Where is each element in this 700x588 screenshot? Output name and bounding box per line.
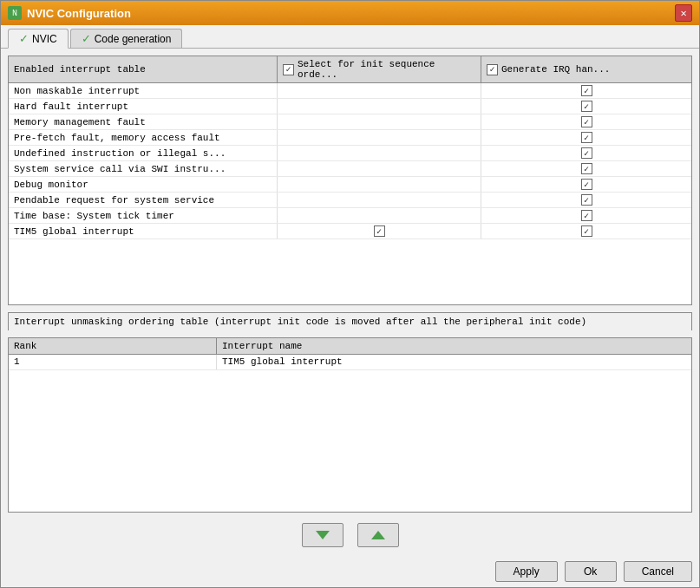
arrow-buttons-bar [8,519,692,551]
generate-checkbox[interactable] [581,132,592,143]
interrupt-select-cell[interactable] [278,83,481,98]
interrupt-select-cell[interactable] [278,130,481,145]
table-row: Undefined instruction or illegal s... [9,146,691,161]
generate-checkbox[interactable] [581,163,592,174]
interrupt-table-section: Enabled interrupt table Select for init … [8,56,692,305]
apply-button[interactable]: Apply [495,561,558,582]
col-header-select: Select for init sequence orde... [278,56,481,82]
table-row: Debug monitor [9,177,691,193]
arrow-down-icon [316,531,330,539]
interrupt-name-cell: Hard fault interrupt [9,99,278,114]
tab-nvic[interactable]: ✓ NVIC [8,29,69,49]
interrupt-generate-cell[interactable] [481,208,691,223]
main-content: Enabled interrupt table Select for init … [1,49,699,558]
col-header-generate: Generate IRQ han... [481,56,691,82]
interrupt-generate-cell[interactable] [481,224,691,238]
table-row: Time base: System tick timer [9,208,691,224]
interrupt-select-cell[interactable] [278,146,481,160]
title-bar: N NVIC Configuration ✕ [1,1,699,25]
interrupt-table-body: Non maskable interruptHard fault interru… [9,83,691,304]
nvic-tab-check-icon: ✓ [19,32,29,45]
interrupt-generate-cell[interactable] [481,83,691,98]
tabs-bar: ✓ NVIC ✓ Code generation [1,25,699,49]
move-down-button[interactable] [302,523,343,547]
table-row: Memory management fault [9,114,691,130]
interrupt-generate-cell[interactable] [481,161,691,176]
cancel-button[interactable]: Cancel [624,561,692,582]
interrupt-name-cell: TIM5 global interrupt [9,224,278,238]
generate-checkbox[interactable] [581,116,592,127]
nvic-config-window: N NVIC Configuration ✕ ✓ NVIC ✓ Code gen… [0,0,700,588]
window-icon: N [8,6,22,20]
select-col-checkbox[interactable] [283,64,294,75]
tab-code-generation[interactable]: ✓ Code generation [70,29,183,48]
generate-checkbox[interactable] [581,225,592,237]
generate-col-checkbox[interactable] [487,64,498,75]
interrupt-generate-cell[interactable] [481,146,691,160]
ordering-iname-cell: TIM5 global interrupt [217,355,691,369]
table-row: Hard fault interrupt [9,99,691,114]
interrupt-generate-cell[interactable] [481,99,691,114]
interrupt-generate-cell[interactable] [481,193,691,207]
generate-checkbox[interactable] [581,210,592,221]
select-checkbox[interactable] [374,225,385,237]
ordering-table-section: Rank Interrupt name 1TIM5 global interru… [8,337,692,513]
interrupt-name-cell: Non maskable interrupt [9,83,278,98]
interrupt-generate-cell[interactable] [481,130,691,145]
generate-checkbox[interactable] [581,179,592,190]
table-row: System service call via SWI instru... [9,161,691,177]
interrupt-generate-cell[interactable] [481,114,691,129]
interrupt-generate-cell[interactable] [481,177,691,192]
ordering-col-iname: Interrupt name [217,338,691,354]
generate-checkbox[interactable] [581,101,592,112]
nvic-tab-label: NVIC [32,33,57,45]
table-row: Pre-fetch fault, memory access fault [9,130,691,146]
interrupt-name-cell: Memory management fault [9,114,278,129]
interrupt-select-cell[interactable] [278,99,481,114]
interrupt-table-header: Enabled interrupt table Select for init … [9,56,691,83]
ordering-table-header: Rank Interrupt name [9,338,691,355]
codegen-tab-label: Code generation [95,33,172,45]
move-up-button[interactable] [357,523,399,547]
ordering-table-body: 1TIM5 global interrupt [9,355,691,512]
window-title: NVIC Configuration [27,7,131,20]
table-row: TIM5 global interrupt [9,224,691,239]
generate-checkbox[interactable] [581,85,592,96]
ordering-label: Interrupt unmasking ordering table (inte… [8,312,692,330]
generate-checkbox[interactable] [581,147,592,159]
interrupt-select-cell[interactable] [278,161,481,176]
table-row: Pendable request for system service [9,193,691,208]
interrupt-name-cell: Pre-fetch fault, memory access fault [9,130,278,145]
ordering-row: 1TIM5 global interrupt [9,355,691,370]
interrupt-name-cell: Pendable request for system service [9,193,278,207]
interrupt-name-cell: System service call via SWI instru... [9,161,278,176]
interrupt-select-cell[interactable] [278,208,481,223]
col-header-name: Enabled interrupt table [9,56,278,82]
ordering-rank-cell: 1 [9,355,217,369]
interrupt-select-cell[interactable] [278,193,481,207]
generate-checkbox[interactable] [581,194,592,206]
interrupt-name-cell: Time base: System tick timer [9,208,278,223]
interrupt-name-cell: Undefined instruction or illegal s... [9,146,278,160]
interrupt-select-cell[interactable] [278,224,481,238]
close-button[interactable]: ✕ [675,4,692,22]
interrupt-name-cell: Debug monitor [9,177,278,192]
ok-button[interactable]: Ok [565,561,617,582]
bottom-buttons-bar: Apply Ok Cancel [1,558,699,587]
interrupt-select-cell[interactable] [278,177,481,192]
title-bar-left: N NVIC Configuration [8,6,131,20]
interrupt-select-cell[interactable] [278,114,481,129]
arrow-up-icon [371,531,385,539]
ordering-col-rank: Rank [9,338,217,354]
table-row: Non maskable interrupt [9,83,691,99]
codegen-tab-check-icon: ✓ [82,32,91,45]
